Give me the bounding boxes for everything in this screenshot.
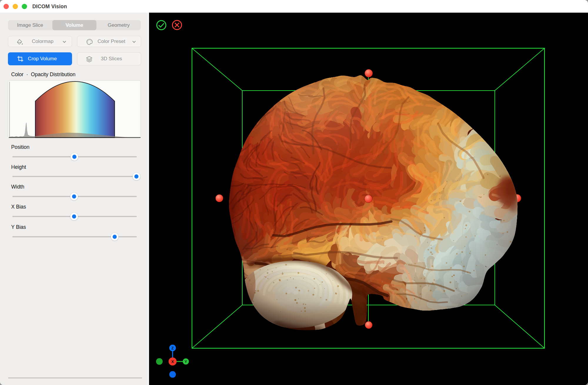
svg-text:Y: Y — [185, 359, 187, 364]
svg-text:Z: Z — [171, 346, 174, 350]
svg-text:X: X — [171, 359, 174, 364]
